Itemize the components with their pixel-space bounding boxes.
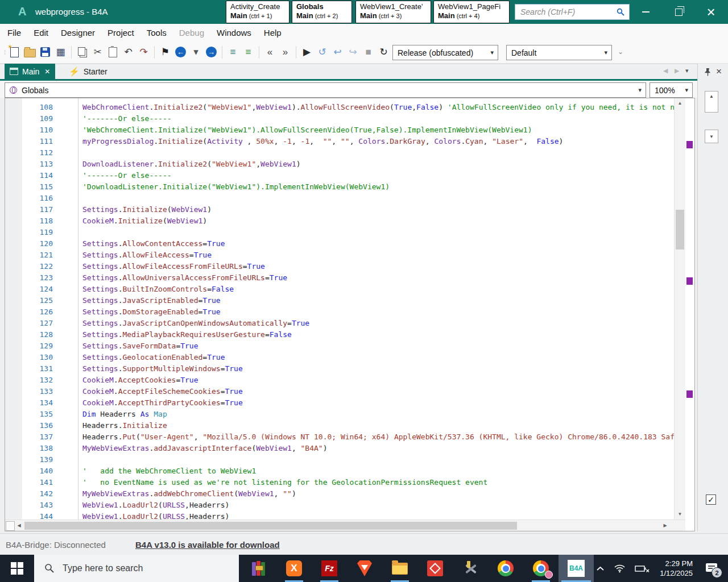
- open-project-icon[interactable]: [22, 44, 38, 60]
- panel-close-icon[interactable]: ×: [716, 66, 722, 77]
- stop-icon[interactable]: ■: [361, 44, 376, 60]
- panel-checkbox[interactable]: ✓: [706, 494, 716, 505]
- tab-starter[interactable]: ⚡ Starter: [64, 64, 113, 79]
- tab-main[interactable]: Main ✕: [5, 64, 55, 79]
- menu-windows[interactable]: Windows: [210, 28, 258, 38]
- splitter-grip[interactable]: [6, 521, 15, 531]
- sub-selector[interactable]: Globals ▾: [5, 82, 646, 98]
- action-center-button[interactable]: 2: [703, 560, 720, 577]
- bookmark-icon[interactable]: ⚑: [158, 44, 173, 60]
- toolbar-overflow-icon[interactable]: ⌄: [618, 48, 623, 56]
- taskbar-xampp-icon[interactable]: X: [276, 555, 312, 582]
- taskbar-clock[interactable]: 2:29 PM 1/12/2025: [660, 559, 693, 578]
- panel-scroll-down-button[interactable]: ▼: [705, 130, 718, 143]
- vertical-scrollbar[interactable]: ▲ ▼: [674, 98, 685, 519]
- close-button[interactable]: ×: [698, 0, 724, 24]
- tab-list-dropdown-icon[interactable]: ▾: [685, 67, 689, 74]
- code-editor[interactable]: 1081091101111121131141151161171181191201…: [5, 98, 695, 531]
- navigate-forward-icon[interactable]: →: [204, 44, 219, 60]
- line-number: 115: [5, 181, 73, 193]
- code-line: Settings.AllowFileAccessFromFileURLs=Tru…: [82, 261, 674, 272]
- pin-icon[interactable]: [704, 68, 712, 78]
- windows-taskbar: Type here to search XFzB4A 2:29 PM 1/1: [0, 555, 728, 582]
- back-history-dropdown[interactable]: ▾: [188, 44, 204, 60]
- taskbar-anydesk-icon[interactable]: [417, 555, 453, 582]
- taskbar-b4a-icon[interactable]: B4A: [559, 555, 594, 582]
- paste-icon[interactable]: [105, 44, 121, 60]
- new-project-icon[interactable]: [7, 44, 22, 60]
- line-number: 117: [5, 204, 73, 215]
- cut-icon[interactable]: ✂: [90, 44, 105, 60]
- copy-icon[interactable]: [75, 44, 90, 60]
- menu-designer[interactable]: Designer: [55, 28, 101, 38]
- run-icon[interactable]: ▶: [299, 44, 315, 60]
- minimize-button[interactable]: [632, 0, 659, 24]
- scroll-right-icon[interactable]: ▶: [660, 521, 670, 530]
- resume-icon[interactable]: ↺: [315, 44, 330, 60]
- clock-time: 2:29 PM: [660, 559, 693, 568]
- shift-left-icon[interactable]: «: [262, 44, 278, 60]
- start-button[interactable]: [0, 555, 34, 582]
- wifi-icon[interactable]: [614, 564, 626, 573]
- menu-project[interactable]: Project: [101, 28, 140, 38]
- scroll-down-icon[interactable]: ▼: [675, 509, 685, 519]
- modules-icon[interactable]: ▦: [53, 44, 68, 60]
- line-number: 108: [5, 102, 73, 113]
- line-number: 126: [5, 306, 73, 318]
- scroll-left-icon[interactable]: ◀: [14, 521, 24, 530]
- line-number: 138: [5, 443, 73, 454]
- toolbar-grip: ⁞: [4, 49, 5, 56]
- menu-edit[interactable]: Edit: [27, 28, 55, 38]
- layout-variant-select[interactable]: Default ▾: [506, 45, 612, 60]
- taskbar-chrome-icon[interactable]: [488, 555, 523, 582]
- tab-scroll-right-icon[interactable]: ▶: [675, 67, 679, 74]
- menu-tools[interactable]: Tools: [140, 28, 173, 38]
- taskbar-chrome-profile-icon[interactable]: [523, 555, 559, 582]
- taskbar-dev-tools-icon[interactable]: [453, 555, 488, 582]
- tray-chevron-up-icon[interactable]: [596, 566, 605, 572]
- search-input[interactable]: Search (Ctrl+F): [515, 4, 630, 20]
- shift-right-icon[interactable]: »: [278, 44, 293, 60]
- quick-nav-webview1-pagefi[interactable]: WebView1_PageFiMain (ctrl + 4): [433, 1, 510, 23]
- taskbar-file-explorer-icon[interactable]: [382, 555, 417, 582]
- comment-selection-icon[interactable]: ≡: [225, 44, 241, 60]
- horizontal-scroll-thumb[interactable]: [24, 522, 517, 530]
- taskbar-winrar-icon[interactable]: [241, 555, 276, 582]
- panel-scroll-up-button[interactable]: ▲: [705, 91, 718, 113]
- editor-zoom-select[interactable]: 100% ▾: [650, 82, 693, 98]
- line-number: 109: [5, 113, 73, 124]
- line-number: 119: [5, 227, 73, 238]
- undo-icon[interactable]: ↶: [121, 44, 136, 60]
- save-all-icon[interactable]: [38, 44, 53, 60]
- horizontal-scrollbar[interactable]: ◀ ▶: [5, 519, 685, 531]
- step-over-icon[interactable]: ↪: [345, 44, 361, 60]
- code-line: CookieM.AcceptFileSchemeCookies=True: [82, 386, 674, 397]
- quick-nav-module-name: Main: [438, 11, 455, 20]
- restart-icon[interactable]: ↻: [376, 44, 391, 60]
- code-line: CookieM.AcceptCookies=True: [82, 375, 674, 386]
- scroll-up-icon[interactable]: ▲: [675, 98, 685, 108]
- taskbar-filezilla-icon[interactable]: Fz: [312, 555, 347, 582]
- power-status-icon[interactable]: [635, 564, 650, 573]
- code-text-area[interactable]: WebChromeClient.Initialize2("WebView1",W…: [82, 102, 674, 519]
- tab-scroll-left-icon[interactable]: ◀: [663, 67, 668, 74]
- step-into-icon[interactable]: ↩: [330, 44, 345, 60]
- build-configuration-select[interactable]: Release (obfuscated) ▾: [392, 45, 498, 60]
- quick-nav-sub-label: WebView1_PageFi: [438, 2, 505, 11]
- quick-nav-webview1-create-[interactable]: WebView1_Create'Main (ctrl + 3): [355, 1, 431, 23]
- uncomment-selection-icon[interactable]: ≡: [241, 44, 256, 60]
- redo-icon[interactable]: ↷: [136, 44, 151, 60]
- paste-icon-shape: [109, 47, 117, 57]
- taskbar-brave-icon[interactable]: [347, 555, 382, 582]
- restore-button[interactable]: [665, 0, 692, 24]
- vertical-scroll-thumb[interactable]: [676, 210, 684, 250]
- update-link[interactable]: B4A v13.0 is available for download: [135, 540, 280, 550]
- quick-nav-globals[interactable]: GlobalsMain (ctrl + 2): [292, 1, 352, 23]
- navigate-back-icon[interactable]: ←: [173, 44, 188, 60]
- tab-close-icon[interactable]: ✕: [44, 68, 50, 76]
- menu-help[interactable]: Help: [258, 28, 288, 38]
- menu-file[interactable]: File: [1, 28, 27, 38]
- line-number: 137: [5, 431, 73, 443]
- taskbar-search-input[interactable]: Type here to search: [34, 555, 239, 582]
- quick-nav-activity-create[interactable]: Activity_CreateMain (ctrl + 1): [226, 1, 289, 23]
